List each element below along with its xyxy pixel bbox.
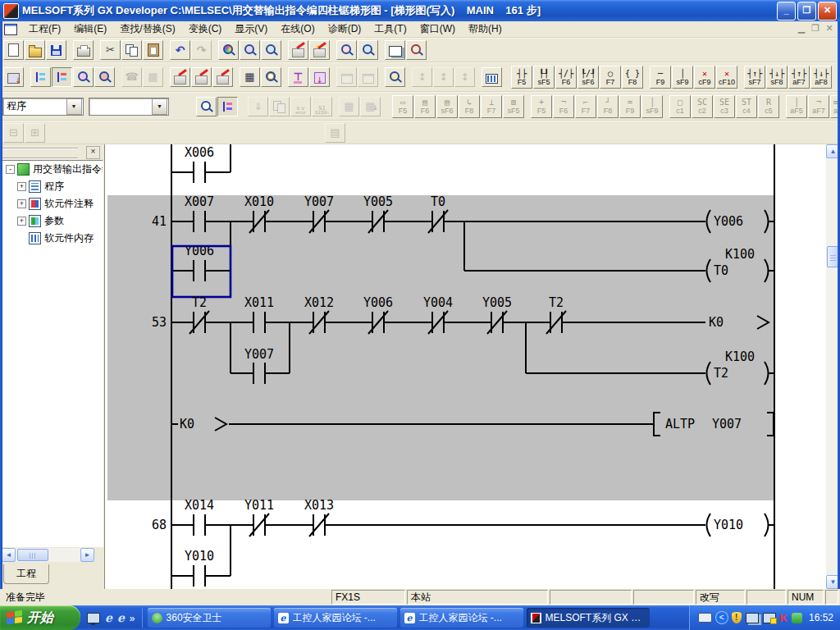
expand-icon[interactable]: +: [17, 199, 26, 208]
menu-item[interactable]: 编辑(E): [67, 21, 113, 38]
toolbar-button[interactable]: [3, 123, 24, 143]
task-button[interactable]: MELSOFT系列 GX D...: [527, 608, 650, 628]
toolbar-button[interactable]: [240, 40, 260, 60]
ladder-tool-button[interactable]: □ c1: [669, 95, 691, 118]
ladder-tool-button[interactable]: ┤↓├ sF8: [766, 66, 788, 89]
quick-launch-icon[interactable]: [130, 610, 135, 625]
toolbar-button[interactable]: [309, 67, 330, 87]
collapse-icon[interactable]: -: [6, 165, 15, 174]
toolbar-button[interactable]: error: [290, 97, 311, 116]
ladder-tool-button[interactable]: ┞┦ sF5: [533, 66, 555, 89]
program-combo[interactable]: 程序 ▼: [2, 98, 84, 116]
ladder-tool-button[interactable]: ○ F7: [600, 66, 621, 89]
resize-grip[interactable]: [825, 590, 838, 605]
tray-icon[interactable]: [792, 613, 802, 623]
ladder-tool-button[interactable]: + F5: [531, 95, 552, 118]
quick-launch-icon[interactable]: [105, 610, 112, 625]
ladder-tool-button[interactable]: R c5: [758, 95, 779, 118]
ladder-tool-button[interactable]: = F9: [619, 95, 641, 118]
toolbar-button[interactable]: [25, 40, 45, 60]
toolbar-button[interactable]: [73, 40, 94, 60]
chevron-down-icon[interactable]: ▼: [152, 98, 167, 115]
toolbar-button[interactable]: [52, 67, 72, 87]
ladder-tool-button[interactable]: ST c4: [736, 95, 757, 118]
toolbar-button[interactable]: [73, 67, 94, 87]
toolbar-button[interactable]: [170, 67, 190, 87]
toolbar-button[interactable]: [143, 67, 163, 87]
project-tab[interactable]: 工程: [3, 564, 49, 584]
tree-horizontal-scrollbar[interactable]: ◄ ►: [2, 548, 94, 562]
ladder-tool-button[interactable]: ▤ F6: [414, 95, 436, 118]
tree-root-item[interactable]: - 用交替输出指令编四柱锯梯形图: [2, 161, 103, 178]
toolbar-button[interactable]: [358, 67, 378, 87]
tree-item[interactable]: + 软元件注释: [2, 195, 103, 212]
taskbar-clock[interactable]: 16:52: [809, 612, 833, 623]
expand-icon[interactable]: +: [17, 182, 26, 191]
toolbar-button[interactable]: [94, 67, 115, 87]
tray-icon[interactable]: [780, 612, 788, 624]
quick-launch-icon[interactable]: [117, 610, 125, 625]
toolbar-button[interactable]: [269, 97, 290, 116]
chevron-down-icon[interactable]: ▼: [66, 98, 82, 115]
ladder-tool-button[interactable]: │ aF5: [786, 95, 807, 118]
menu-item[interactable]: 查找/替换(S): [113, 21, 181, 38]
toolbar-button[interactable]: [406, 40, 427, 60]
toolbar-button[interactable]: [30, 67, 51, 87]
ladder-editor[interactable]: X006 41 X007: [104, 144, 840, 589]
ladder-canvas[interactable]: X006 41 X007: [107, 144, 825, 589]
tray-icon[interactable]: [698, 613, 712, 623]
ladder-tool-button[interactable]: │ sF9: [641, 95, 663, 118]
quick-launch-icon[interactable]: [87, 613, 100, 623]
toolbar-button[interactable]: [3, 67, 24, 87]
toolbar-button[interactable]: [336, 40, 357, 60]
toolbar-button[interactable]: [482, 67, 502, 87]
tree-item[interactable]: 软元件内存: [2, 230, 103, 247]
ladder-tool-button[interactable]: ⌐ F7: [575, 95, 596, 118]
toolbar-button[interactable]: [121, 67, 142, 87]
menu-item[interactable]: 在线(O): [274, 21, 321, 38]
toolbar-button[interactable]: [336, 67, 357, 87]
scroll-right-icon[interactable]: ►: [80, 548, 94, 562]
ladder-tool-button[interactable]: { } F8: [622, 66, 643, 89]
ladder-tool-button[interactable]: SE c3: [714, 95, 735, 118]
toolbar-button[interactable]: [412, 67, 432, 87]
child-window-icon[interactable]: [4, 24, 17, 35]
ladder-tool-button[interactable]: ┘ F8: [597, 95, 619, 118]
toolbar-button[interactable]: [261, 40, 281, 60]
start-button[interactable]: 开始: [0, 605, 80, 630]
restore-button[interactable]: ❐: [797, 2, 816, 21]
toolbar-button[interactable]: [454, 67, 475, 87]
scroll-left-icon[interactable]: ◄: [2, 548, 16, 562]
menu-item[interactable]: 窗口(W): [413, 21, 462, 38]
toolbar-button[interactable]: [385, 67, 405, 87]
toolbar-button[interactable]: [433, 67, 454, 87]
toolbar-button[interactable]: [218, 40, 239, 60]
ladder-tool-button[interactable]: ┤↓├ aF8: [810, 66, 832, 89]
mdi-window-controls[interactable]: ▁❐✕: [796, 23, 835, 34]
ladder-tool-button[interactable]: ⊥ F7: [481, 95, 502, 118]
scrollbar-thumb[interactable]: [17, 549, 48, 561]
ladder-tool-button[interactable]: SC c2: [692, 95, 713, 118]
tray-icon[interactable]: [746, 613, 759, 623]
ladder-tool-button[interactable]: ¬ aF7: [808, 95, 829, 118]
tree-item[interactable]: + 程序: [2, 178, 103, 195]
minimize-button[interactable]: _: [777, 2, 796, 21]
toolbar-button[interactable]: [143, 40, 163, 60]
ladder-tool-button[interactable]: ▭ F5: [392, 95, 413, 118]
task-button[interactable]: 360安全卫士: [148, 608, 271, 628]
ladder-tool-button[interactable]: ▤ sF6: [436, 95, 458, 118]
toolbar-button[interactable]: [325, 123, 345, 143]
toolbar-button[interactable]: [248, 97, 268, 116]
ladder-tool-button[interactable]: ─ F9: [650, 66, 671, 89]
ladder-tool-button[interactable]: ┤/├ F6: [555, 66, 577, 89]
toolbar-button[interactable]: [385, 40, 405, 60]
ladder-tool-button[interactable]: │ sF9: [672, 66, 693, 89]
toolbar-button[interactable]: [309, 40, 330, 60]
toolbar-button[interactable]: [360, 97, 381, 116]
toolbar-button[interactable]: [358, 40, 378, 60]
tray-icon[interactable]: [763, 613, 776, 623]
menu-item[interactable]: 诊断(D): [322, 21, 368, 38]
expand-icon[interactable]: +: [17, 217, 26, 226]
ladder-tool-button[interactable]: ↳ F8: [459, 95, 480, 118]
toolbar-button[interactable]: [240, 67, 260, 87]
